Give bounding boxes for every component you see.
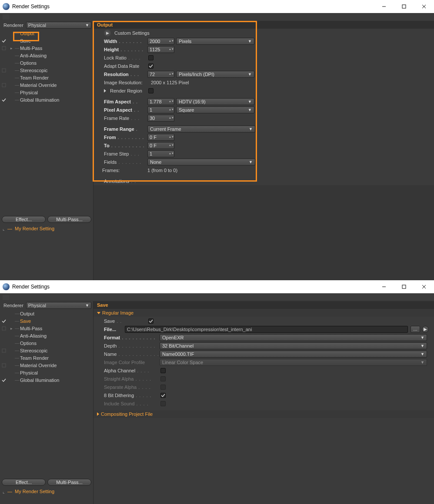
pixel-aspect-dropdown[interactable]: Square▼ (176, 106, 254, 113)
render-settings-window-output: Render Settings Renderer Physical ▼ —Out… (0, 0, 434, 280)
color-profile-dropdown: Linear Color Space▼ (160, 359, 427, 366)
straight-alpha-checkbox (160, 376, 166, 381)
fields-dropdown[interactable]: None▼ (147, 159, 255, 166)
render-setting-name[interactable]: My Render Setting (15, 489, 54, 494)
from-field[interactable]: 0 F▲▼ (147, 134, 174, 141)
grip-icon[interactable] (3, 15, 10, 19)
sidebar-item-multi-pass[interactable]: ▸—Multi-Pass (0, 44, 93, 52)
settings-tree: —Output —Save ▸—Multi-Pass —Anti-Aliasin… (0, 30, 93, 214)
sidebar-item-physical[interactable]: —Physical (0, 89, 93, 96)
multi-pass-button[interactable]: Multi-Pass... (47, 216, 91, 223)
save-properties-panel: Save Regular Image Save . . File... C:\U… (93, 301, 434, 504)
svg-rect-4 (2, 46, 6, 50)
output-properties-panel: Output ▶Custom Settings Width . . . . . … (93, 21, 434, 280)
multi-pass-button[interactable]: Multi-Pass... (47, 479, 91, 486)
format-dropdown[interactable]: OpenEXR▼ (160, 334, 427, 341)
menubar (0, 293, 434, 301)
titlebar: Render Settings (0, 0, 434, 13)
regular-image-section[interactable]: Regular Image (93, 309, 434, 317)
svg-rect-1 (402, 5, 406, 8)
preset-arrow-icon[interactable]: ▶ (104, 30, 111, 36)
alpha-channel-checkbox[interactable] (160, 368, 166, 373)
include-sound-checkbox (160, 401, 166, 406)
save-checkbox[interactable] (148, 318, 154, 324)
render-region-checkbox[interactable] (148, 88, 154, 93)
sidebar-item-material-override[interactable]: —Material Override (0, 81, 93, 89)
resolution-field[interactable]: 72▲▼ (147, 71, 174, 78)
tri-icon[interactable] (104, 89, 106, 93)
width-field[interactable]: 2000▲▼ (147, 38, 174, 45)
menubar (0, 13, 434, 21)
render-settings-window-save: Render Settings Renderer Physical ▼ —Out… (0, 280, 434, 504)
renderer-label: Renderer (2, 303, 23, 308)
sidebar-item-save[interactable]: —Save (0, 317, 93, 325)
tree-empty-area[interactable] (0, 232, 93, 280)
sidebar-item-global-illumination[interactable]: —Global Illumination (0, 96, 93, 103)
effect-button[interactable]: Effect... (2, 479, 46, 486)
resolution-units-dropdown[interactable]: Pixels/Inch (DPI)▼ (176, 71, 254, 78)
effect-button[interactable]: Effect... (2, 216, 46, 223)
window-title: Render Settings (12, 3, 374, 10)
annotations-area[interactable] (93, 185, 434, 280)
svg-rect-12 (2, 349, 6, 352)
width-units-dropdown[interactable]: Pixels▼ (176, 38, 254, 45)
grip-icon[interactable] (3, 295, 10, 299)
sidebar-item-options[interactable]: —Options (0, 339, 93, 347)
sidebar-item-save[interactable]: —Save (0, 37, 93, 44)
maximize-button[interactable] (394, 0, 414, 13)
minimize-button[interactable] (374, 0, 394, 13)
corner-icon: ⌞ (3, 226, 5, 231)
file-path-field[interactable]: C:\Users\Rebus_Dirk\Desktop\compression\… (125, 326, 408, 333)
depth-dropdown[interactable]: 32 Bit/Channel▼ (160, 342, 427, 349)
sidebar-item-team-render[interactable]: —Team Render (0, 74, 93, 81)
lock-ratio-checkbox[interactable] (148, 55, 154, 60)
dithering-checkbox[interactable] (160, 393, 166, 398)
film-aspect-dropdown[interactable]: HDTV (16:9)▼ (176, 98, 254, 105)
frames-value: 1 (from 0 to 0) (147, 168, 177, 173)
svg-rect-8 (402, 285, 406, 288)
frame-range-dropdown[interactable]: Current Frame▼ (147, 126, 255, 133)
sidebar-item-options[interactable]: —Options (0, 59, 93, 66)
maximize-button[interactable] (394, 280, 414, 293)
sidebar-item-multi-pass[interactable]: ▸—Multi-Pass (0, 325, 93, 332)
sidebar-item-team-render[interactable]: —Team Render (0, 354, 93, 361)
close-button[interactable] (414, 0, 434, 13)
close-button[interactable] (414, 280, 434, 293)
sidebar-item-stereoscopic[interactable]: —Stereoscopic (0, 66, 93, 74)
browse-button[interactable]: … (411, 326, 420, 333)
svg-rect-6 (2, 83, 6, 87)
svg-rect-5 (2, 69, 6, 72)
sidebar-item-anti-aliasing[interactable]: —Anti-Aliasing (0, 52, 93, 59)
sidebar-item-anti-aliasing[interactable]: —Anti-Aliasing (0, 332, 93, 339)
app-icon (3, 3, 10, 10)
sidebar-item-global-illumination[interactable]: —Global Illumination (0, 376, 93, 384)
sidebar-item-output[interactable]: —Output (0, 30, 93, 37)
corner-icon: ⌞ (3, 489, 5, 494)
frame-rate-field[interactable]: 30▲▼ (147, 115, 174, 122)
name-dropdown[interactable]: Name0000.TIF▼ (160, 351, 427, 358)
pixel-aspect-field[interactable]: 1▲▼ (147, 106, 174, 113)
sidebar-item-output[interactable]: —Output (0, 310, 93, 317)
custom-settings-label: Custom Settings (114, 30, 150, 36)
height-field[interactable]: 1125▲▼ (147, 46, 174, 53)
renderer-dropdown[interactable]: Physical ▼ (26, 302, 91, 309)
adapt-data-rate-checkbox[interactable] (148, 63, 154, 69)
sidebar-item-material-override[interactable]: —Material Override (0, 361, 93, 369)
film-aspect-field[interactable]: 1.778▲▼ (147, 98, 174, 105)
chevron-down-icon: ▼ (85, 23, 89, 27)
app-icon (3, 283, 10, 290)
chevron-down-icon: ▼ (85, 303, 89, 308)
svg-rect-11 (2, 327, 6, 330)
panel-header: Output (93, 21, 434, 29)
render-setting-name[interactable]: My Render Setting (15, 226, 54, 231)
separate-alpha-checkbox (160, 385, 166, 390)
renderer-dropdown[interactable]: Physical ▼ (26, 22, 91, 29)
settings-tree: —Output —Save ▸—Multi-Pass —Anti-Aliasin… (0, 310, 93, 477)
frame-step-field[interactable]: 1▲▼ (147, 150, 174, 157)
compositing-project-file-section[interactable]: Compositing Project File (93, 410, 434, 418)
minimize-button[interactable] (374, 280, 394, 293)
sidebar-item-physical[interactable]: —Physical (0, 369, 93, 376)
to-field[interactable]: 0 F▲▼ (147, 142, 174, 149)
sidebar-item-stereoscopic[interactable]: —Stereoscopic (0, 347, 93, 354)
go-button[interactable]: ▶ (422, 326, 429, 333)
